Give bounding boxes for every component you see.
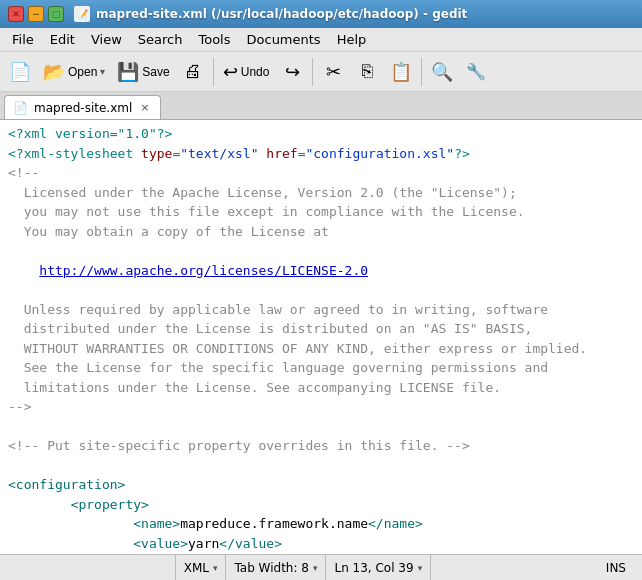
find-button[interactable]: 🔍 — [426, 56, 458, 88]
tab-close-button[interactable]: × — [138, 101, 151, 114]
redo-icon: ↪ — [285, 61, 300, 83]
separator-2 — [312, 58, 313, 86]
open-arrow-icon: ▾ — [100, 66, 105, 77]
tab-label: mapred-site.xml — [34, 101, 132, 115]
status-ins-mode: INS — [598, 561, 634, 575]
copy-button[interactable]: ⎘ — [351, 56, 383, 88]
tab-file-icon: 📄 — [13, 101, 28, 115]
window-title: mapred-site.xml (/usr/local/hadoop/etc/h… — [96, 7, 467, 21]
menu-documents[interactable]: Documents — [239, 30, 329, 49]
replace-icon: 🔧 — [466, 62, 486, 81]
cut-icon: ✂ — [326, 61, 341, 83]
find-icon: 🔍 — [431, 61, 453, 83]
toolbar: 📄 📂 Open ▾ 💾 Save 🖨 ↩ Undo ↪ ✂ ⎘ 📋 🔍 🔧 — [0, 52, 642, 92]
menu-tools[interactable]: Tools — [190, 30, 238, 49]
status-bar: XML ▾ Tab Width: 8 ▾ Ln 13, Col 39 ▾ INS — [0, 554, 642, 580]
paste-button[interactable]: 📋 — [385, 56, 417, 88]
new-icon: 📄 — [9, 61, 31, 83]
copy-icon: ⎘ — [362, 61, 373, 82]
menu-bar: File Edit View Search Tools Documents He… — [0, 28, 642, 52]
menu-help[interactable]: Help — [329, 30, 375, 49]
open-icon: 📂 — [43, 61, 65, 83]
close-button[interactable]: ✕ — [8, 6, 24, 22]
status-tab-width[interactable]: Tab Width: 8 ▾ — [226, 555, 326, 580]
tab-mapred-site[interactable]: 📄 mapred-site.xml × — [4, 95, 161, 119]
cut-button[interactable]: ✂ — [317, 56, 349, 88]
ins-label: INS — [606, 561, 626, 575]
position-label: Ln 13, Col 39 — [334, 561, 413, 575]
title-bar: ✕ − □ 📝 mapred-site.xml (/usr/local/hado… — [0, 0, 642, 28]
status-position[interactable]: Ln 13, Col 39 ▾ — [326, 555, 431, 580]
save-icon: 💾 — [117, 61, 139, 83]
menu-edit[interactable]: Edit — [42, 30, 83, 49]
separator-3 — [421, 58, 422, 86]
separator-1 — [213, 58, 214, 86]
position-arrow-icon: ▾ — [418, 563, 423, 573]
status-format[interactable]: XML ▾ — [175, 555, 227, 580]
print-button[interactable]: 🖨 — [177, 56, 209, 88]
tab-bar: 📄 mapred-site.xml × — [0, 92, 642, 120]
tab-width-arrow-icon: ▾ — [313, 563, 318, 573]
save-label: Save — [142, 65, 169, 79]
format-label: XML — [184, 561, 209, 575]
app-icon: 📝 — [74, 6, 90, 22]
editor-container: <?xml version="1.0"?> <?xml-stylesheet t… — [0, 120, 642, 554]
maximize-button[interactable]: □ — [48, 6, 64, 22]
new-button[interactable]: 📄 — [4, 56, 36, 88]
menu-search[interactable]: Search — [130, 30, 191, 49]
save-button[interactable]: 💾 Save — [112, 56, 174, 88]
paste-icon: 📋 — [390, 61, 412, 83]
replace-button[interactable]: 🔧 — [460, 56, 492, 88]
editor-area[interactable]: <?xml version="1.0"?> <?xml-stylesheet t… — [0, 120, 642, 554]
menu-file[interactable]: File — [4, 30, 42, 49]
undo-label: Undo — [241, 65, 270, 79]
minimize-button[interactable]: − — [28, 6, 44, 22]
open-label: Open — [68, 65, 97, 79]
print-icon: 🖨 — [184, 61, 202, 82]
menu-view[interactable]: View — [83, 30, 130, 49]
tab-width-label: Tab Width: 8 — [234, 561, 308, 575]
undo-icon: ↩ — [223, 61, 238, 83]
open-button[interactable]: 📂 Open ▾ — [38, 56, 110, 88]
redo-button[interactable]: ↪ — [276, 56, 308, 88]
format-arrow-icon: ▾ — [213, 563, 218, 573]
undo-button[interactable]: ↩ Undo — [218, 56, 275, 88]
window-controls[interactable]: ✕ − □ — [8, 6, 64, 22]
